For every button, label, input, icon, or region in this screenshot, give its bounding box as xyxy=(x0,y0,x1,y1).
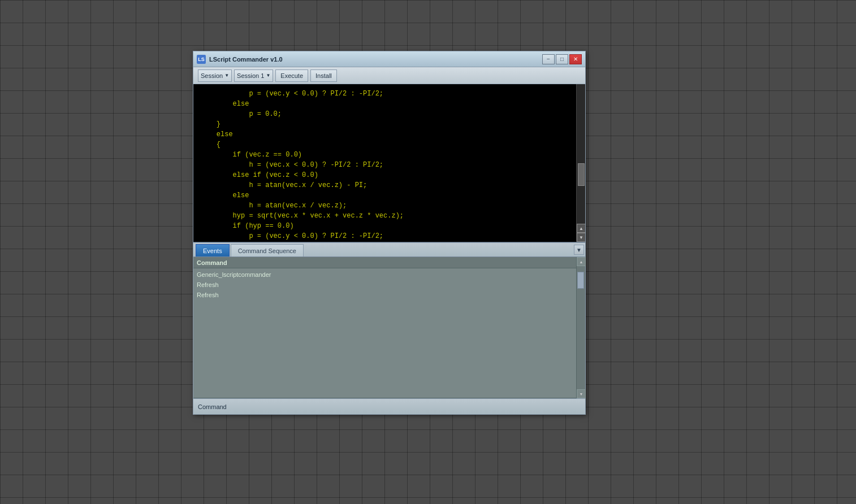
toolbar: Session ▼ Session 1 ▼ Execute Install xyxy=(193,67,585,84)
minimize-button[interactable]: − xyxy=(542,54,555,64)
events-scroll-down[interactable]: ▼ xyxy=(577,389,586,398)
code-scrollbar[interactable]: ▲ ▼ xyxy=(576,84,585,242)
events-scroll-up[interactable]: ▲ xyxy=(577,257,586,266)
close-button[interactable]: ✕ xyxy=(569,54,582,64)
code-scrollbar-thumb[interactable] xyxy=(578,163,585,186)
command-label: Command xyxy=(198,403,227,410)
command-bar: Command xyxy=(193,398,585,414)
list-item[interactable]: Generic_lscriptcommander xyxy=(193,270,576,280)
events-scrollbar-track xyxy=(577,266,585,389)
events-list: Generic_lscriptcommander Refresh Refresh xyxy=(193,268,576,301)
events-header: Command xyxy=(193,257,576,268)
list-item[interactable]: Refresh xyxy=(193,280,576,290)
app-icon: LS xyxy=(197,55,206,64)
tab-events[interactable]: Events xyxy=(196,244,230,257)
events-main: Command Generic_lscriptcommander Refresh… xyxy=(193,257,576,398)
tab-scroll-button[interactable]: ▼ xyxy=(574,245,584,255)
list-item[interactable]: Refresh xyxy=(193,290,576,300)
session1-dropdown-arrow: ▼ xyxy=(266,73,270,78)
install-button[interactable]: Install xyxy=(310,69,337,82)
scrollbar-arrows: ▲ ▼ xyxy=(577,224,585,242)
window-title: LScript Commander v1.0 xyxy=(209,56,542,63)
scroll-down-arrow[interactable]: ▼ xyxy=(577,233,585,242)
session-dropdown-arrow: ▼ xyxy=(224,73,229,78)
window-controls: − □ ✕ xyxy=(542,54,582,64)
events-container: Command Generic_lscriptcommander Refresh… xyxy=(193,257,585,398)
title-bar: LS LScript Commander v1.0 − □ ✕ xyxy=(193,51,585,67)
code-editor: p = (vec.y < 0.0) ? PI/2 : -PI/2; else p… xyxy=(193,84,585,242)
tabs-bar: Events Command Sequence ▼ xyxy=(193,242,585,257)
session1-dropdown[interactable]: Session 1 ▼ xyxy=(234,69,273,82)
session-dropdown[interactable]: Session ▼ xyxy=(198,69,232,82)
events-column-header: Command xyxy=(197,259,227,266)
events-scrollbar[interactable]: ▲ ▼ xyxy=(576,257,585,398)
code-content[interactable]: p = (vec.y < 0.0) ? PI/2 : -PI/2; else p… xyxy=(193,84,585,242)
execute-button[interactable]: Execute xyxy=(275,69,308,82)
main-window: LS LScript Commander v1.0 − □ ✕ Session … xyxy=(193,51,586,415)
tab-command-sequence[interactable]: Command Sequence xyxy=(231,244,304,257)
scroll-up-arrow[interactable]: ▲ xyxy=(577,224,585,233)
maximize-button[interactable]: □ xyxy=(556,54,568,64)
events-scrollbar-thumb[interactable] xyxy=(577,272,584,289)
